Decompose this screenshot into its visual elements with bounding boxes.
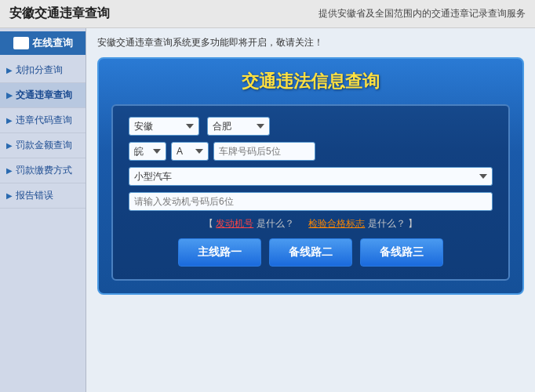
sidebar-item-label: 罚款缴费方式 <box>16 164 72 177</box>
arrow-icon: ▶ <box>6 91 13 100</box>
backup-line-2-button[interactable]: 备线路二 <box>269 238 352 267</box>
inner-panel: 安徽 北京 上海 广东 合肥 芜湖 蚌埠 淮南 皖 <box>111 104 510 281</box>
hint-is-1: 是什么？ <box>257 218 294 229</box>
plate-number-input[interactable] <box>213 142 315 161</box>
province-city-row: 安徽 北京 上海 广东 合肥 芜湖 蚌埠 淮南 <box>129 117 493 136</box>
car-type-select[interactable]: 小型汽车 大型汽车 摩托车 其他 <box>129 167 493 186</box>
sidebar-item-label: 交通违章查询 <box>16 89 72 102</box>
hint-row: 【 发动机号 是什么？ 检验合格标志 是什么？ 】 <box>129 217 493 230</box>
hint-bracket-close: 】 <box>408 218 417 229</box>
sidebar-item-label: 报告错误 <box>16 189 53 202</box>
sidebar-item-label: 罚款金额查询 <box>16 139 72 152</box>
arrow-icon: ▶ <box>6 141 13 150</box>
app-description: 提供安徽省及全国范围内的交通违章记录查询服务 <box>318 7 526 20</box>
arrow-icon: ▶ <box>6 191 13 200</box>
main-line-button[interactable]: 主线路一 <box>178 238 261 267</box>
sidebar-header: 在线查询 <box>0 31 86 55</box>
sidebar-item-deduction[interactable]: ▶ 划扣分查询 <box>0 58 86 83</box>
sidebar-header-label: 在线查询 <box>32 36 73 50</box>
sticker-hint-link[interactable]: 检验合格标志 <box>308 218 365 229</box>
hint-is-2: 是什么？ <box>368 218 406 229</box>
sidebar-item-label: 划扣分查询 <box>16 64 63 77</box>
content-area: 安徽交通违章查询系统更多功能即将开启，敬请关注！ 交通违法信息查询 安徽 北京 … <box>86 28 535 392</box>
query-box-title: 交通违法信息查询 <box>111 70 510 93</box>
sidebar-item-label: 违章代码查询 <box>16 114 72 127</box>
hint-bracket-open: 【 <box>204 218 213 229</box>
engine-row <box>129 192 493 211</box>
arrow-icon: ▶ <box>6 116 13 125</box>
sidebar-item-report[interactable]: ▶ 报告错误 <box>0 183 86 209</box>
car-type-row: 小型汽车 大型汽车 摩托车 其他 <box>129 167 493 186</box>
province-select[interactable]: 安徽 北京 上海 广东 <box>129 117 199 136</box>
plate-prefix-select[interactable]: 皖 京 沪 <box>129 142 166 161</box>
top-bar: 安徽交通违章查询 提供安徽省及全国范围内的交通违章记录查询服务 <box>0 0 535 28</box>
query-box: 交通违法信息查询 安徽 北京 上海 广东 合肥 芜湖 蚌埠 淮南 <box>97 57 524 295</box>
backup-line-3-button[interactable]: 备线路三 <box>360 238 443 267</box>
engine-hint-link[interactable]: 发动机号 <box>216 218 253 229</box>
sidebar-item-payment[interactable]: ▶ 罚款缴费方式 <box>0 158 86 183</box>
plate-letter-select[interactable]: A B C D E F G H <box>171 142 209 161</box>
camera-icon <box>13 37 29 49</box>
notice-text: 安徽交通违章查询系统更多功能即将开启，敬请关注！ <box>97 36 524 49</box>
hint-separator <box>297 218 306 229</box>
sidebar-item-code[interactable]: ▶ 违章代码查询 <box>0 108 86 133</box>
arrow-icon: ▶ <box>6 166 13 175</box>
button-row: 主线路一 备线路二 备线路三 <box>129 238 493 267</box>
plate-row: 皖 京 沪 A B C D E F G H <box>129 142 493 161</box>
sidebar-item-violation[interactable]: ▶ 交通违章查询 <box>0 83 86 108</box>
sidebar-item-amount[interactable]: ▶ 罚款金额查询 <box>0 133 86 158</box>
city-select[interactable]: 合肥 芜湖 蚌埠 淮南 <box>207 117 270 136</box>
arrow-icon: ▶ <box>6 66 13 74</box>
sidebar: 在线查询 ▶ 划扣分查询 ▶ 交通违章查询 ▶ 违章代码查询 ▶ 罚款金额查询 … <box>0 28 86 392</box>
engine-input[interactable] <box>129 192 493 211</box>
main-layout: 在线查询 ▶ 划扣分查询 ▶ 交通违章查询 ▶ 违章代码查询 ▶ 罚款金额查询 … <box>0 28 535 392</box>
app-title: 安徽交通违章查询 <box>9 5 110 22</box>
